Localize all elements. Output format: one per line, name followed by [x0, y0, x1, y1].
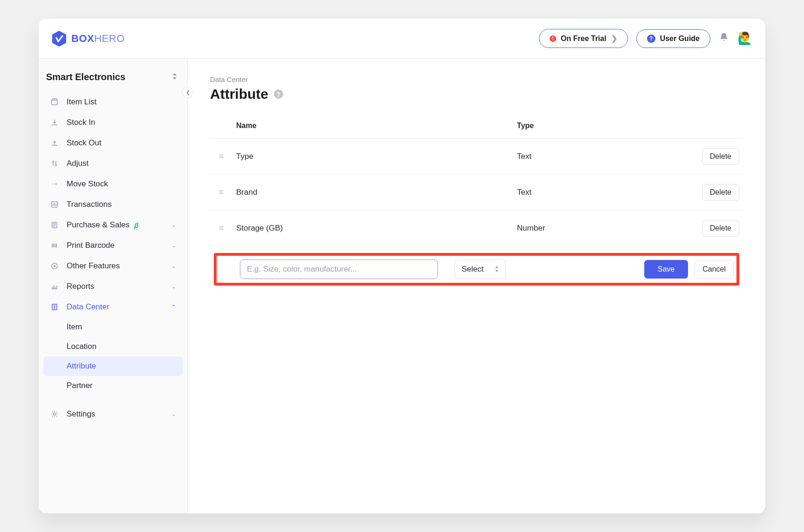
sidebar-item-adjust[interactable]: Adjust	[43, 153, 183, 174]
chevron-down-icon: ⌄	[171, 283, 176, 290]
sidebar-item-transactions[interactable]: Transactions	[43, 194, 183, 215]
help-icon[interactable]: ?	[274, 89, 283, 99]
select-caret-icon	[495, 266, 499, 273]
drag-handle-icon[interactable]: ≡	[210, 175, 232, 211]
col-actions	[698, 116, 743, 139]
breadcrumb: Data Center	[210, 75, 743, 83]
sidebar-item-stock-out[interactable]: Stock Out	[43, 133, 183, 153]
main-content: Data Center Attribute ? Name Type ≡	[188, 59, 765, 513]
page-title-row: Attribute ?	[210, 86, 743, 102]
sidebar-item-purchase-sales[interactable]: Purchase & Sales β ⌄	[43, 215, 183, 235]
sub-label: Partner	[67, 381, 93, 390]
table-row: ≡ Type Text Delete	[210, 139, 743, 175]
delete-button[interactable]: Delete	[702, 148, 739, 165]
sidebar-item-item-list[interactable]: Item List	[43, 92, 183, 112]
gear-icon	[50, 410, 59, 418]
col-name: Name	[232, 116, 513, 139]
svg-rect-3	[52, 100, 57, 105]
barcode-icon	[50, 242, 59, 249]
col-drag	[210, 116, 232, 139]
sidebar-sub-attribute[interactable]: Attribute	[43, 356, 183, 376]
attribute-type-select[interactable]: Select	[455, 259, 506, 279]
nav-label: Adjust	[67, 159, 89, 168]
drag-handle-icon[interactable]: ≡	[210, 211, 232, 246]
svg-rect-10	[56, 244, 57, 247]
chevron-down-icon: ⌄	[171, 411, 176, 417]
sidebar-item-print-barcode[interactable]: Print Barcode ⌄	[43, 235, 183, 256]
attribute-name-input[interactable]	[240, 259, 438, 279]
attr-type: Number	[513, 211, 698, 246]
attr-name: Type	[232, 139, 513, 175]
drag-handle-icon[interactable]: ≡	[210, 139, 232, 175]
user-guide-button[interactable]: ? User Guide	[636, 29, 710, 48]
nav-label: Item List	[67, 97, 96, 107]
sidebar-sub-partner[interactable]: Partner	[43, 376, 183, 396]
logo-icon	[52, 30, 67, 47]
sort-icon	[172, 73, 177, 81]
sidebar-sub-location[interactable]: Location	[43, 337, 183, 356]
nav-label: Stock In	[67, 118, 95, 127]
nav-label: Stock Out	[67, 138, 102, 148]
chart-icon	[50, 283, 59, 290]
upload-icon	[50, 139, 59, 147]
document-icon	[50, 221, 59, 229]
help-icon: ?	[647, 34, 655, 43]
svg-marker-15	[495, 270, 498, 272]
sidebar-item-move-stock[interactable]: Move Stock	[43, 174, 183, 194]
delete-button[interactable]: Delete	[702, 220, 739, 237]
logo-text-bold: BOX	[71, 33, 94, 45]
svg-rect-9	[55, 244, 55, 247]
sidebar-item-stock-in[interactable]: Stock In	[43, 112, 183, 133]
sidebar-sub-item[interactable]: Item	[43, 317, 183, 337]
svg-rect-7	[53, 244, 54, 247]
chevron-right-icon: ❯	[611, 34, 617, 43]
highlight-box: Select Save Cancel	[214, 253, 739, 286]
sidebar: Smart Electronics Item List Stock In Sto…	[39, 59, 188, 513]
attr-type: Text	[513, 175, 698, 211]
plus-circle-icon	[50, 262, 59, 270]
sidebar-item-settings[interactable]: Settings ⌄	[43, 404, 183, 424]
beta-badge: β	[134, 221, 138, 229]
nav-label: Reports	[67, 282, 95, 291]
svg-point-13	[54, 413, 56, 416]
sidebar-item-reports[interactable]: Reports ⌄	[43, 276, 183, 297]
avatar[interactable]: 🙋‍♂️	[737, 31, 752, 46]
header-right: ! On Free Trial ❯ ? User Guide 🙋‍♂️	[539, 29, 752, 48]
free-trial-label: On Free Trial	[561, 34, 606, 43]
svg-marker-2	[173, 77, 177, 80]
nav-label: Transactions	[67, 200, 112, 209]
svg-marker-0	[52, 31, 66, 47]
svg-rect-8	[54, 244, 55, 247]
page-title: Attribute	[210, 86, 268, 102]
svg-marker-1	[173, 73, 177, 75]
sub-label: Item	[67, 322, 82, 331]
svg-marker-14	[495, 266, 498, 268]
logo[interactable]: BOXHERO	[52, 30, 125, 47]
user-guide-label: User Guide	[660, 34, 700, 43]
team-selector[interactable]: Smart Electronics	[43, 69, 183, 92]
save-button[interactable]: Save	[644, 260, 688, 279]
sidebar-collapse-button[interactable]: ❮	[182, 87, 193, 98]
table-row: ≡ Brand Text Delete	[210, 175, 743, 211]
cancel-button[interactable]: Cancel	[695, 260, 734, 279]
chevron-down-icon: ⌄	[171, 263, 176, 269]
header: BOXHERO ! On Free Trial ❯ ? User Guide 🙋…	[39, 19, 765, 59]
delete-button[interactable]: Delete	[702, 184, 739, 201]
logo-text-light: HERO	[94, 33, 125, 45]
box-icon	[50, 98, 59, 106]
bell-icon[interactable]	[719, 32, 729, 45]
sidebar-item-other-features[interactable]: Other Features ⌄	[43, 256, 183, 276]
app-window: BOXHERO ! On Free Trial ❯ ? User Guide 🙋…	[39, 19, 765, 513]
body: ❮ Smart Electronics Item List Stock In S…	[39, 59, 765, 513]
attribute-table: Name Type ≡ Type Text Delete ≡ Brand	[210, 116, 743, 295]
new-row-inner: Select Save Cancel	[219, 259, 734, 279]
sub-label: Location	[67, 342, 96, 351]
adjust-icon	[50, 160, 59, 167]
free-trial-button[interactable]: ! On Free Trial ❯	[539, 29, 628, 48]
nav-label: Settings	[67, 409, 95, 419]
sidebar-item-data-center[interactable]: Data Center ⌃	[43, 297, 183, 317]
nav-label: Data Center	[67, 302, 109, 312]
alert-icon: !	[550, 35, 556, 42]
sub-label: Attribute	[67, 361, 96, 370]
new-attribute-row: Select Save Cancel	[210, 246, 743, 295]
